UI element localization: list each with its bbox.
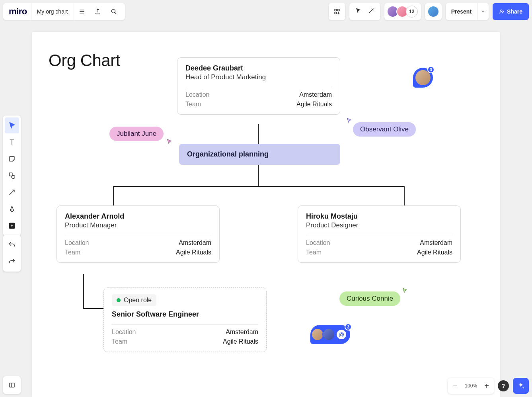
svg-rect-5: [9, 173, 12, 176]
person-plus-icon: [499, 9, 505, 14]
tool-sidebar: [3, 115, 21, 236]
collab-tools: [349, 3, 380, 20]
select-tool[interactable]: [5, 117, 19, 133]
present-dropdown[interactable]: [477, 9, 489, 14]
sparkle-icon: [517, 382, 525, 390]
share-button[interactable]: Share: [493, 3, 529, 20]
text-tool[interactable]: [5, 134, 19, 150]
frames-panel-button[interactable]: [3, 376, 21, 394]
topbar-right: 12 Present Share: [329, 3, 529, 20]
comment-bubble[interactable]: 3: [413, 68, 433, 88]
wand-icon: [368, 7, 375, 14]
cursor-follow-button[interactable]: [355, 7, 362, 16]
redo-icon: [8, 258, 16, 266]
search-button[interactable]: [106, 3, 122, 20]
undo-sidebar: [3, 235, 21, 272]
text-icon: [8, 138, 16, 146]
present-button-group: Present: [446, 3, 489, 20]
arrow-icon: [8, 188, 16, 196]
board-name[interactable]: My org chart: [31, 3, 74, 20]
apps-icon: [333, 8, 341, 15]
pen-tool[interactable]: [5, 201, 19, 217]
more-tools[interactable]: [5, 218, 19, 234]
svg-rect-8: [10, 383, 14, 387]
canvas[interactable]: Org Chart Deedee Graubart Head of Produc…: [32, 32, 500, 397]
comment-count-badge: 3: [345, 323, 352, 331]
undo-button[interactable]: [5, 237, 19, 253]
comment-count-badge: 3: [427, 66, 435, 73]
present-button[interactable]: Present: [446, 3, 477, 20]
zoom-in-button[interactable]: +: [479, 378, 494, 394]
hamburger-icon: [78, 8, 86, 15]
connector-tool[interactable]: [5, 184, 19, 200]
chevron-down-icon: [481, 9, 485, 14]
export-button[interactable]: [90, 3, 106, 20]
apps-button[interactable]: [329, 3, 345, 20]
reactions-button[interactable]: [368, 7, 375, 16]
avatar-overflow-count: 12: [406, 6, 418, 18]
comment-thread-bubble[interactable]: @ 3: [310, 325, 350, 344]
pen-icon: [8, 205, 16, 213]
app-logo[interactable]: miro: [6, 6, 31, 17]
sticky-icon: [8, 155, 16, 163]
plus-square-icon: [8, 222, 16, 230]
svg-point-6: [12, 175, 15, 178]
svg-rect-2: [337, 9, 339, 11]
zoom-out-button[interactable]: −: [448, 378, 462, 394]
avatar: [427, 6, 439, 18]
svg-point-0: [111, 9, 115, 13]
svg-rect-3: [335, 12, 337, 14]
undo-icon: [8, 241, 16, 249]
avatar: [322, 328, 335, 341]
zoom-controls: − 100% +: [448, 378, 494, 394]
export-icon: [94, 8, 101, 15]
board-menu-button[interactable]: [74, 3, 90, 20]
owner-avatar[interactable]: [425, 3, 442, 20]
collaborator-avatars[interactable]: 12: [384, 3, 421, 20]
bottom-right-controls: − 100% + ?: [448, 378, 529, 394]
mention-icon: @: [337, 330, 346, 339]
svg-rect-1: [335, 9, 337, 11]
ai-assist-button[interactable]: [513, 378, 529, 394]
connector-lines: [32, 32, 500, 397]
sticky-tool[interactable]: [5, 151, 19, 167]
shapes-tool[interactable]: [5, 168, 19, 184]
zoom-value[interactable]: 100%: [462, 383, 479, 389]
cursor-arrow-icon: [355, 7, 362, 14]
share-label: Share: [507, 8, 522, 15]
topbar-left: miro My org chart: [3, 3, 125, 20]
redo-button[interactable]: [5, 254, 19, 270]
help-button[interactable]: ?: [498, 380, 509, 391]
shapes-icon: [8, 172, 16, 180]
cursor-icon: [8, 121, 16, 129]
search-icon: [110, 8, 117, 15]
panel-icon: [8, 381, 16, 389]
svg-point-4: [501, 10, 502, 12]
